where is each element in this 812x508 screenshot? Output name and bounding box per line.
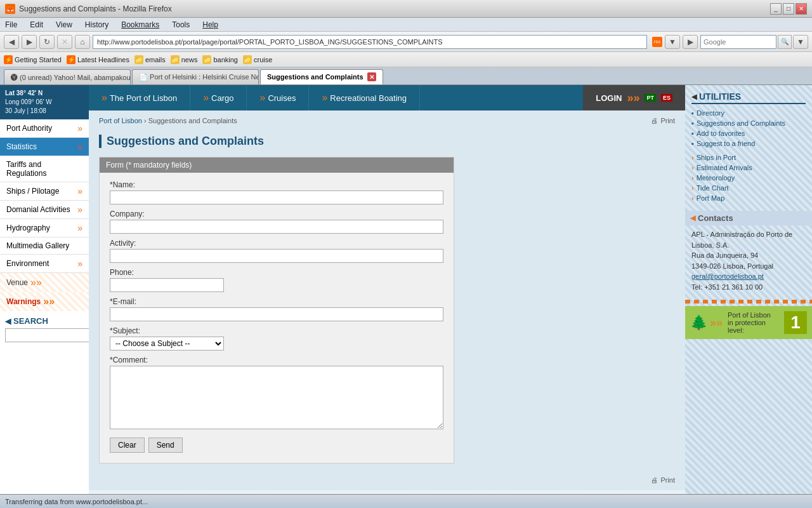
stop-button[interactable]: ✕ [57,35,72,49]
sidebar-item-port-authority[interactable]: Port Authority » [0,119,89,138]
menu-edit[interactable]: Edit [27,20,46,30]
tree-icon: 🌲 [690,314,707,331]
print-icon: 🖨 [651,117,658,124]
email-input[interactable] [110,307,443,321]
close-button[interactable]: ✕ [796,3,807,15]
breadcrumb-home[interactable]: Port of Lisbon [99,117,142,124]
nav-bar: ◀ ▶ ↻ ✕ ⌂ http://www.portodelisboa.pt/po… [0,32,812,52]
tab-helsinki[interactable]: 📄 Port of Helsinki : Helsinki Cruise Ne.… [132,69,259,84]
arrow-icon: » [77,123,82,133]
tab-yahoo[interactable]: 🅨 (0 unread) Yahoo! Mail, abampakou ✕ [4,69,131,84]
folder-icon: 📁 [202,55,211,64]
window-title: Suggestions and Complaints - Mozilla Fir… [19,4,172,13]
contacts-section: Contacts APL - Administração do Porto de… [691,211,806,292]
address-bar[interactable]: http://www.portodelisboa.pt/portal/page/… [93,35,647,49]
nav-arrows-icon: » [259,92,265,104]
tab-label: 🅨 (0 unread) Yahoo! Mail, abampakou [11,74,131,81]
forward-button[interactable]: ▶ [22,35,37,49]
form-row-email: *E-mail: [110,297,443,321]
name-input[interactable] [110,190,443,204]
print-link-bottom[interactable]: 🖨 Print [651,476,675,484]
bookmark-getting-started[interactable]: ⚡ Getting Started [4,55,62,64]
bookmark-news[interactable]: 📁 news [171,55,198,64]
folder-icon: 📁 [134,55,143,64]
sidebar-item-statistics[interactable]: Statistics » [0,138,89,156]
search-row: Go [5,328,84,342]
util-estimated-arrivals[interactable]: Estimated Arrivals [691,163,806,173]
phone-input[interactable] [110,278,224,292]
longitude: Long 009° 06' W [5,98,84,107]
bookmark-latest-headlines[interactable]: ⚡ Latest Headlines [67,55,129,64]
arrow-icon: » [77,223,82,233]
reload-button[interactable]: ↻ [39,35,55,49]
nav-recreational[interactable]: » Recreational Boating [309,85,420,110]
util-suggest-friend[interactable]: Suggest to a friend [691,138,806,149]
sidebar-venue[interactable]: Venue »» [0,273,89,292]
sidebar-item-multimedia[interactable]: Multimedia Gallery [0,237,89,255]
back-button[interactable]: ◀ [4,35,19,49]
sidebar-item-hydrography[interactable]: Hydrography » [0,219,89,237]
go-forward-btn[interactable]: ▶ [683,35,698,49]
sidebar-item-domanial[interactable]: Domanial Activities » [0,201,89,219]
search-button[interactable]: 🔍 [778,35,792,49]
menu-file[interactable]: File [3,20,20,30]
print-icon: 🖨 [651,476,658,484]
menu-view[interactable]: View [53,20,75,30]
print-link-top[interactable]: 🖨 Print [651,117,675,124]
menu-help[interactable]: Help [200,20,221,30]
left-sidebar: Lat 38° 42' N Long 009° 06' W 30 July | … [0,85,89,494]
menu-history[interactable]: History [82,20,111,30]
nav-port-lisbon[interactable]: » The Port of Lisbon [89,85,190,110]
bookmark-icon: ⚡ [4,55,13,64]
nav-cargo[interactable]: » Cargo [190,85,247,110]
menu-bookmarks[interactable]: Bookmarks [119,20,162,30]
sidebar-warnings[interactable]: Warnings »» [0,292,89,311]
menu-tools[interactable]: Tools [169,20,192,30]
util-directory[interactable]: Directory [691,108,806,118]
util-meteorology[interactable]: Meteorology [691,173,806,183]
search-options-btn[interactable]: ▼ [793,35,808,49]
minimize-button[interactable]: _ [770,3,782,15]
login-button[interactable]: LOGIN »» PT ES [583,85,685,110]
search-input[interactable] [5,328,89,342]
home-button[interactable]: ⌂ [75,35,90,49]
bookmark-cruise[interactable]: 📁 cruise [243,55,272,64]
bookmark-icon: ⚡ [67,55,75,64]
activity-input[interactable] [110,249,443,263]
window-controls: _ □ ✕ [770,3,807,15]
comment-textarea[interactable] [110,366,443,429]
contacts-email[interactable]: geral@portodelisboa.pt [691,272,764,280]
sidebar-item-environment[interactable]: Environment » [0,255,89,273]
bookmark-banking[interactable]: 📁 banking [202,55,238,64]
util-suggestions[interactable]: Suggestions and Complaints [691,118,806,128]
sidebar-item-ships[interactable]: Ships / Pilotage » [0,182,89,201]
search-engine-label: Google [704,38,773,46]
protection-level: 1 [784,311,807,334]
maximize-button[interactable]: □ [783,3,794,15]
company-input[interactable] [110,220,443,234]
sidebar-item-tariffs[interactable]: Tariffs and Regulations [0,156,89,182]
rss-icon[interactable]: rss [652,37,662,47]
util-tide-chart[interactable]: Tide Chart [691,183,806,193]
util-favorites[interactable]: Add to favorites [691,128,806,138]
protection-banner: 🌲 »» Port of Lisbon in protection level:… [685,306,812,339]
form-row-company: Company: [110,210,443,234]
clear-button[interactable]: Clear [110,438,145,453]
util-port-map[interactable]: Port Map [691,193,806,203]
subject-select[interactable]: -- Choose a Subject -- General Cargo Cru… [110,337,224,351]
utilities-title: UTILITIES [691,91,806,104]
send-button[interactable]: Send [148,438,183,453]
address-text: http://www.portodelisboa.pt/portal/page/… [97,38,443,46]
folder-icon: 📁 [171,55,180,64]
tab-suggestions[interactable]: Suggestions and Complaints ✕ [260,69,383,84]
company-label: Company: [110,210,443,218]
form-row-activity: Activity: [110,239,443,263]
flag-spain[interactable]: ES [661,94,672,102]
rss-dropdown[interactable]: ▼ [665,35,680,49]
tab-close-icon[interactable]: ✕ [367,72,376,81]
browser-icon: 🦊 [5,4,15,14]
nav-cruises[interactable]: » Cruises [247,85,309,110]
util-ships-in-port[interactable]: Ships in Port [691,152,806,163]
flag-portugal[interactable]: PT [645,94,656,102]
bookmark-emails[interactable]: 📁 emails [134,55,166,64]
